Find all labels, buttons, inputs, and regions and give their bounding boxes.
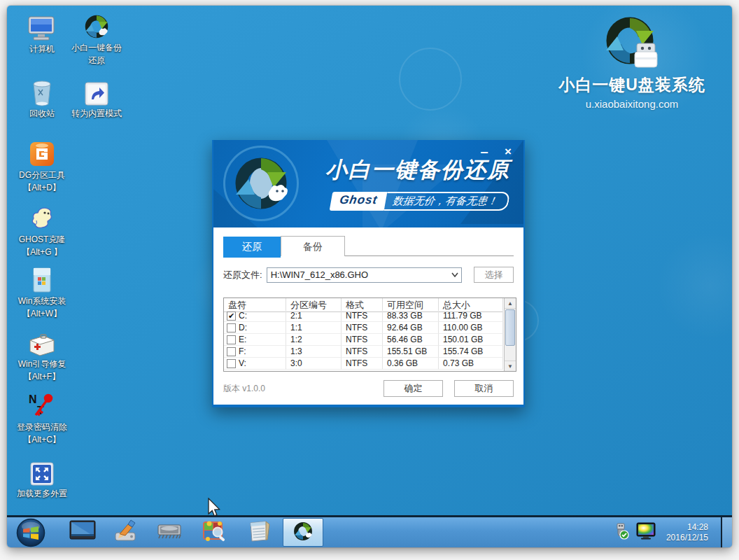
table-cell: 1:1 [286, 322, 342, 334]
table-scrollbar[interactable]: ▲ ▼ [504, 298, 516, 371]
desktop-icon-win-install[interactable]: Win系统安装 【Alt+W】 [8, 266, 76, 319]
expand-arrows-icon [8, 458, 76, 486]
close-button[interactable]: × [501, 146, 515, 158]
table-cell: NTFS [342, 322, 383, 334]
restore-file-value: H:\WIN7_612_x86.GHO [271, 270, 449, 280]
window-title: 小白一键备份还原 [325, 155, 514, 185]
desktop-icon-hotkey: 【Alt+C】 [8, 435, 76, 445]
first-aid-kit-icon [8, 329, 76, 357]
restore-file-row: 还原文件: H:\WIN7_612_x86.GHO 选择 [223, 267, 514, 283]
banner-titles: 小白一键备份还原 Ghost 数据无价，有备无患！ [325, 155, 514, 211]
scrollbar-thumb[interactable] [505, 309, 515, 346]
desktop-icon-ghost-clone[interactable]: GHOST克隆 【Alt+G 】 [8, 204, 76, 258]
windows-install-icon [8, 266, 76, 294]
desktop-icon-label: DG分区工具 [8, 170, 76, 181]
app-logo-icon [227, 150, 295, 220]
checkbox-unchecked[interactable] [227, 323, 236, 332]
table-cell: 0.73 GB [439, 358, 503, 370]
usb-tray-icon[interactable] [612, 522, 630, 543]
start-button[interactable] [11, 519, 50, 547]
drive-letter: D: [239, 322, 247, 334]
table-row-d-drive[interactable]: D: [224, 322, 286, 334]
cancel-button[interactable]: 取消 [454, 380, 514, 397]
desktop-icon-label: 登录密码清除 [8, 422, 76, 433]
checkbox-checked[interactable]: ✔ [227, 312, 236, 321]
desktop-icon-backup-restore-app[interactable]: 小白一键备份 还原 [63, 13, 130, 66]
wallpaper-magnifier-icon [201, 518, 227, 547]
checkbox-unchecked[interactable] [227, 359, 236, 368]
disk-cleanup-icon [113, 519, 139, 547]
taskbar-active-app-backup-restore[interactable] [283, 518, 323, 547]
desktop-icon-label: 小白一键备份 [63, 43, 130, 53]
checkbox-unchecked[interactable] [227, 335, 236, 344]
show-desktop-button[interactable] [721, 517, 732, 547]
drive-letter: E: [239, 334, 246, 346]
table-row-e-drive[interactable]: E: [224, 334, 286, 346]
restore-file-label: 还原文件: [223, 269, 262, 281]
desktop-icon-label: Win系统安装 [8, 296, 76, 307]
table-cell: NTFS [342, 358, 383, 370]
scroll-down-icon[interactable]: ▼ [505, 360, 516, 371]
minimize-button[interactable]: – [477, 146, 491, 158]
brand-title: 小白一键U盘装系统 [551, 74, 712, 96]
window-banner: – × 小白一键备份还原 Ghost 数据无价，有备无患！ [213, 140, 523, 227]
circular-arrows-icon [63, 13, 130, 41]
diskgenius-icon [8, 140, 76, 168]
table-row-f-drive[interactable]: F: [224, 346, 286, 358]
tab-bar: 还原 备份 [223, 227, 514, 256]
tab-restore[interactable]: 还原 [223, 237, 281, 258]
table-cell: 92.64 GB [383, 322, 439, 334]
desktop-icon-password-clear[interactable]: N T 登录密码清除 【Alt+C】 [8, 392, 76, 445]
notepad-icon [246, 519, 272, 547]
tray-date: 2016/12/15 [666, 533, 708, 543]
taskbar-disk-cleanup[interactable] [108, 519, 144, 547]
taskbar-wallpaper-tool[interactable] [196, 519, 232, 547]
desktop-icon-load-more[interactable]: 加载更多外置 [8, 458, 76, 499]
nt-key-icon: N T [8, 392, 76, 420]
backup-restore-window: – × 小白一键备份还原 Ghost 数据无价，有备无患！ 还原 备份 [212, 140, 525, 407]
drive-letter: F: [239, 346, 246, 358]
table-cell: 0.36 GB [383, 358, 439, 370]
desktop-icon-internal-mode[interactable]: 转为内置模式 [63, 78, 130, 119]
desktop-icon-boot-repair[interactable]: Win引导修复 【Alt+F】 [8, 329, 76, 382]
display-color-tray-icon[interactable] [635, 522, 656, 543]
ok-button[interactable]: 确定 [383, 380, 443, 397]
desktop-icon-hotkey: 【Alt+D】 [8, 183, 76, 193]
tray-time: 14:28 [666, 522, 708, 533]
tray-clock[interactable]: 14:28 2016/12/15 [666, 522, 708, 543]
desktop-icon-label2: 还原 [63, 55, 130, 66]
desktop-icon-dg-partition[interactable]: DG分区工具 【Alt+D】 [8, 140, 76, 193]
desktop-bubble-decoration [399, 48, 462, 111]
scroll-up-icon[interactable]: ▲ [505, 298, 516, 309]
chevron-down-icon[interactable] [449, 272, 461, 277]
taskbar-notepad[interactable] [241, 519, 277, 547]
dialog-footer: 版本 v1.0.0 确定 取消 [223, 380, 514, 397]
table-cell: 3:0 [286, 358, 342, 370]
table-cell: NTFS [342, 346, 383, 358]
select-file-button[interactable]: 选择 [474, 267, 514, 283]
taskbar-memory-tool[interactable] [151, 519, 188, 547]
table-cell: NTFS [342, 310, 383, 322]
drive-letter: V: [239, 358, 246, 370]
ghost-slogan-badge: Ghost 数据无价，有备无患！ [330, 192, 516, 211]
partition-table: 盘符 分区编号 格式 可用空间 总大小 ✔ C: 2:1 NTFS 88.33 … [223, 298, 516, 372]
taskbar-display-settings[interactable] [64, 519, 101, 547]
table-cell: 155.74 GB [439, 346, 503, 358]
taskbar: 14:28 2016/12/15 [7, 515, 732, 547]
table-cell: 1:3 [286, 346, 342, 358]
table-cell: 56.46 GB [383, 334, 439, 346]
table-cell: 150.01 GB [439, 334, 503, 346]
tab-backup[interactable]: 备份 [281, 236, 345, 256]
ghost-badge: Ghost [330, 192, 388, 211]
restore-file-combobox[interactable]: H:\WIN7_612_x86.GHO [267, 267, 462, 283]
ghost-icon [8, 204, 76, 232]
table-cell: 155.51 GB [383, 346, 439, 358]
desktop-icon-hotkey: 【Alt+W】 [8, 309, 76, 319]
table-row-c-drive[interactable]: ✔ C: [224, 310, 286, 322]
desktop-icon-hotkey: 【Alt+F】 [8, 372, 76, 382]
svg-text:N: N [29, 393, 37, 405]
window-content: 还原 备份 还原文件: H:\WIN7_612_x86.GHO 选择 [213, 227, 523, 405]
checkbox-unchecked[interactable] [227, 347, 236, 356]
brand-url: u.xiaobaixitong.com [551, 98, 712, 110]
table-row-v-drive[interactable]: V: [224, 358, 286, 370]
